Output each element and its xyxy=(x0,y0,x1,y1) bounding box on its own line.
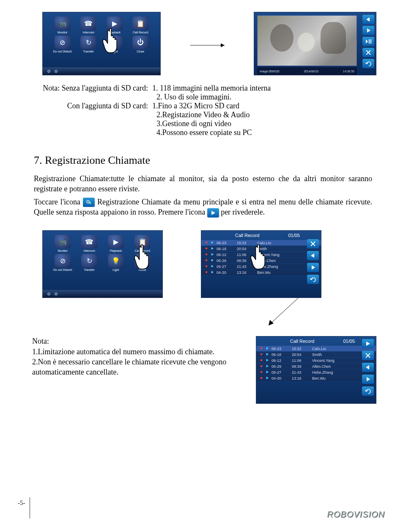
incoming-icon xyxy=(260,358,263,363)
call-record-row[interactable]: 04-2013:16Ben.Wu xyxy=(256,375,376,381)
call-record-page: 01/05 xyxy=(343,339,355,344)
call-record-row[interactable]: 06-2315:22Calo.Liu xyxy=(201,240,321,245)
call-record-row[interactable]: 06-1211:06Vincent.Yang xyxy=(256,358,376,363)
text: Toccare l'icona xyxy=(34,198,80,206)
call-date: 06-18 xyxy=(217,247,234,251)
playback-viewer-panel: Image:008/020 2014/06/23 14:36:55 xyxy=(254,12,376,75)
image-counter: Image:008/020 xyxy=(260,70,280,73)
menu-playback[interactable]: ▶Playback xyxy=(104,235,129,252)
call-time: 11:06 xyxy=(292,358,310,363)
play-marker-icon xyxy=(211,265,214,269)
bottom-bar: ⚙ ⚙ xyxy=(43,290,162,298)
transfer-icon: ↻ xyxy=(81,254,97,267)
call-record-row[interactable]: 05-2908:39Allen.Chen xyxy=(256,364,376,369)
play-marker-icon xyxy=(211,247,214,251)
call-time: 20:54 xyxy=(237,247,255,251)
menu-light[interactable]: 💡Light xyxy=(102,36,127,53)
call-time: 08:39 xyxy=(292,364,310,369)
menu-intercom[interactable]: ☎Intercom xyxy=(77,235,102,252)
call-record-row[interactable]: 06-1820:54Smith xyxy=(201,246,321,251)
menu-dnd[interactable]: ⊘Do not Disturb xyxy=(50,254,75,271)
label: Light xyxy=(112,268,119,271)
menu-transfer[interactable]: ↻Transfer xyxy=(77,254,102,271)
call-time: 13:16 xyxy=(292,376,310,380)
gear-icon[interactable]: ⚙ xyxy=(47,292,51,296)
menu-transfer[interactable]: ↻Transfer xyxy=(77,36,101,53)
divider xyxy=(30,497,30,518)
next-button[interactable] xyxy=(362,26,374,35)
note-line: 1.Limitazione automatica del numero mass… xyxy=(32,347,243,357)
play-pause-button[interactable] xyxy=(362,37,374,46)
delete-button[interactable] xyxy=(307,239,319,248)
play-marker-icon xyxy=(266,370,269,375)
note-rhs: 1. 118 immagini nella memoria interna xyxy=(152,84,271,93)
back-button[interactable] xyxy=(307,275,319,284)
play-icon xyxy=(207,208,219,218)
label: Playback xyxy=(110,249,122,252)
next-button[interactable] xyxy=(307,263,319,272)
svg-line-2 xyxy=(269,298,298,325)
play-icon: ▶ xyxy=(108,235,124,248)
prev-button[interactable] xyxy=(362,15,374,24)
label: Intercom xyxy=(83,31,94,34)
call-record-row[interactable]: 06-1211:06Vincent.Yang xyxy=(201,252,321,257)
call-record-page: 01/05 xyxy=(288,233,300,238)
light-icon: 💡 xyxy=(108,254,124,267)
play-marker-icon xyxy=(266,353,269,357)
label: Call Record xyxy=(133,31,148,34)
note-line: 2.Non è necessario cancellare le chiamat… xyxy=(32,357,243,378)
call-record-panel-1: Call Record 01/05 06-2315:22Calo.Liu06-1… xyxy=(201,230,321,298)
gear-icon[interactable]: ⚙ xyxy=(54,292,58,296)
menu-monitor[interactable]: 📹Monitor xyxy=(50,17,75,34)
call-time: 11:06 xyxy=(237,253,255,257)
note-heading: Nota: xyxy=(32,336,243,346)
incoming-icon xyxy=(205,259,208,263)
note-block-1: Nota: Senza l'aggiunta di SD card:1. 118… xyxy=(0,75,406,137)
menu-callrecord[interactable]: 📋Call Record xyxy=(130,235,155,252)
call-record-title: Call Record xyxy=(235,233,259,238)
label: Transfer xyxy=(84,268,95,271)
call-date: 05-27 xyxy=(272,370,289,375)
menu-callrecord[interactable]: 📋Call Record xyxy=(129,17,153,34)
call-record-row[interactable]: 06-1820:54Smith xyxy=(256,352,376,357)
record-icon: 📋 xyxy=(134,235,151,248)
call-record-row[interactable]: 04-2013:16Ben.Wu xyxy=(201,270,321,275)
incoming-icon xyxy=(260,347,263,351)
call-date: 06-12 xyxy=(272,358,289,363)
incoming-icon xyxy=(205,241,208,245)
call-record-row[interactable]: 06-2315:22Calo.Liu xyxy=(256,346,376,351)
menu-playback[interactable]: ▶Playback xyxy=(102,17,127,34)
menu-light[interactable]: 💡Light xyxy=(104,254,129,271)
play-marker-icon xyxy=(266,358,269,363)
call-date: 06-23 xyxy=(217,241,234,245)
play-marker-icon xyxy=(266,376,269,380)
next-button[interactable] xyxy=(362,375,374,384)
play-marker-icon xyxy=(211,241,214,245)
delete-button[interactable] xyxy=(362,351,374,360)
menu-intercom[interactable]: ☎Intercom xyxy=(77,17,101,34)
gear-icon[interactable]: ⚙ xyxy=(47,69,51,74)
call-record-row[interactable]: 05-2908:39Allen.Chen xyxy=(201,258,321,263)
call-time: 21:43 xyxy=(292,370,310,375)
play-button[interactable] xyxy=(362,339,374,348)
prev-button[interactable] xyxy=(307,251,319,260)
photo-preview xyxy=(257,15,357,66)
menu-close[interactable]: ⏻Close xyxy=(130,254,155,271)
back-button[interactable] xyxy=(362,386,374,396)
back-button[interactable] xyxy=(362,59,374,68)
label: Light xyxy=(111,50,118,53)
delete-button[interactable] xyxy=(362,48,374,57)
label: Close xyxy=(139,268,146,271)
menu-monitor[interactable]: 📹Monitor xyxy=(50,235,75,252)
note-rhs: 1.Fino a 32G Micro SD card xyxy=(152,102,239,110)
call-time: 13:16 xyxy=(237,270,255,275)
prev-button[interactable] xyxy=(362,363,374,372)
call-time: 20:54 xyxy=(292,353,310,357)
transfer-icon: ↻ xyxy=(80,36,96,49)
call-record-row[interactable]: 05-2721:43Hebe.Zhang xyxy=(201,264,321,269)
call-date: 05-29 xyxy=(272,364,289,369)
call-record-row[interactable]: 05-2721:43Hebe.Zhang xyxy=(256,369,376,375)
menu-close[interactable]: ⏻Close xyxy=(129,36,153,53)
menu-dnd[interactable]: ⊘Do not Disturb xyxy=(50,36,75,53)
gear-icon[interactable]: ⚙ xyxy=(54,69,58,74)
